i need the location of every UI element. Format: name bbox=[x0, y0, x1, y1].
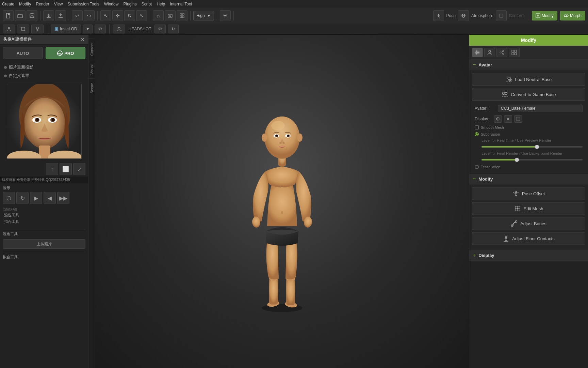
import-button[interactable] bbox=[43, 10, 54, 21]
menu-modify[interactable]: Modify bbox=[19, 2, 31, 6]
menu-script[interactable]: Script bbox=[142, 2, 152, 6]
avatar-preview bbox=[7, 84, 82, 159]
expand-photo-button[interactable]: ⤢ bbox=[73, 163, 85, 175]
visual-tab[interactable]: Visual bbox=[88, 60, 95, 79]
rtab-person[interactable] bbox=[484, 48, 495, 57]
menu-view[interactable]: View bbox=[54, 2, 63, 6]
custom-mask-option[interactable]: 自定义遮罩 bbox=[3, 72, 85, 80]
edit-mesh-button[interactable]: Edit Mesh bbox=[472, 202, 585, 215]
headshot-icon[interactable] bbox=[113, 25, 125, 33]
main-layout: 头像AI建模插件 ✕ AUTO PRO PRO 照片重新投影 自定义遮罩 bbox=[0, 35, 588, 368]
menu-create[interactable]: Create bbox=[2, 2, 14, 6]
shift-ai-label: (Shift+AI) bbox=[3, 207, 85, 212]
subdivision-radio[interactable] bbox=[475, 132, 479, 136]
display-section-header[interactable]: + Display bbox=[469, 250, 588, 261]
clear-photo-button[interactable]: ⬜ bbox=[60, 163, 72, 175]
face-ctrl-3[interactable]: ▶ bbox=[30, 192, 42, 204]
scale-tool[interactable]: ⤡ bbox=[136, 10, 147, 21]
adjust-floor-contacts-button[interactable]: Adjust Floor Contacts bbox=[472, 232, 585, 245]
group-button[interactable] bbox=[31, 25, 44, 33]
avatar-section-title: Avatar bbox=[478, 62, 492, 67]
sun-light-button[interactable]: ☀ bbox=[220, 10, 231, 21]
menu-submission-tools[interactable]: Submission Tools bbox=[68, 2, 99, 6]
atmosphere-icon[interactable] bbox=[458, 10, 469, 21]
smooth-mesh-label: Smooth Mesh bbox=[481, 125, 504, 129]
viewport[interactable] bbox=[95, 35, 469, 368]
display-btn-2[interactable] bbox=[504, 115, 512, 123]
shape-button[interactable] bbox=[17, 25, 29, 33]
svg-point-86 bbox=[508, 77, 510, 80]
plugin-close-button[interactable]: ✕ bbox=[81, 37, 85, 42]
upload-photo-button[interactable]: ↑ bbox=[46, 163, 58, 175]
upload-photo-btn[interactable]: 上传照片 bbox=[3, 239, 85, 249]
smooth-mesh-checkbox[interactable] bbox=[475, 125, 479, 129]
pose-icon[interactable] bbox=[433, 10, 444, 21]
export-button[interactable] bbox=[55, 10, 66, 21]
face-ctrl-5[interactable]: ▶▶ bbox=[57, 192, 69, 204]
open-file-button[interactable] bbox=[15, 10, 26, 21]
adjust-bones-button[interactable]: Adjust Bones bbox=[472, 217, 585, 230]
pro-mode-button[interactable]: PRO PRO bbox=[46, 47, 86, 59]
menu-internal-tool[interactable]: Internal Tool bbox=[170, 2, 192, 6]
conform-icon[interactable] bbox=[496, 10, 507, 21]
new-file-button[interactable] bbox=[3, 10, 14, 21]
redo-button[interactable]: ↪ bbox=[84, 10, 95, 21]
expand-button[interactable]: ▾ bbox=[83, 25, 93, 33]
grid-button[interactable] bbox=[177, 10, 187, 21]
rtab-nodes[interactable] bbox=[496, 48, 507, 57]
avatar-section-header[interactable]: − Avatar bbox=[469, 60, 588, 70]
content-tab[interactable]: Content bbox=[88, 38, 95, 60]
atmosphere-label[interactable]: Atmosphere bbox=[470, 13, 495, 18]
auto-mode-button[interactable]: AUTO bbox=[3, 47, 43, 59]
display-btn-3[interactable] bbox=[514, 115, 522, 123]
modify-section-header[interactable]: − Modify bbox=[469, 174, 588, 184]
separator-3 bbox=[97, 11, 98, 20]
headshot-settings-button[interactable]: ⚙ bbox=[154, 25, 166, 33]
svg-point-71 bbox=[476, 50, 477, 52]
tessellation-radio[interactable] bbox=[475, 165, 479, 169]
right-panel-header: Modify bbox=[469, 35, 588, 46]
move-tool[interactable]: ✛ bbox=[112, 10, 123, 21]
scene-tab[interactable]: Scene bbox=[88, 78, 95, 97]
camera-button[interactable] bbox=[165, 10, 176, 21]
home-view-button[interactable]: ⌂ bbox=[153, 10, 164, 21]
photo-reprojection-option[interactable]: 照片重新投影 bbox=[3, 63, 85, 71]
final-render-slider[interactable] bbox=[472, 156, 585, 164]
settings-button[interactable]: ⚙ bbox=[95, 25, 106, 33]
menu-help[interactable]: Help bbox=[157, 2, 165, 6]
former-button[interactable] bbox=[3, 25, 15, 33]
avatar-value: CC3_Base Female bbox=[498, 105, 583, 112]
menu-window[interactable]: Window bbox=[104, 2, 119, 6]
select-tool[interactable]: ↖ bbox=[100, 10, 111, 21]
face-ctrl-4[interactable]: ◀ bbox=[44, 192, 56, 204]
instalod-button[interactable]: i InstaLOD bbox=[51, 25, 81, 33]
display-btn-1[interactable] bbox=[494, 115, 502, 123]
morph-button[interactable]: Morph bbox=[560, 11, 585, 20]
save-button[interactable] bbox=[27, 10, 37, 21]
headshot-label[interactable]: HEADSHOT bbox=[127, 27, 153, 31]
headshot-refresh-button[interactable]: ↻ bbox=[168, 25, 179, 33]
realtime-slider[interactable] bbox=[472, 143, 585, 151]
rotate-tool[interactable]: ↻ bbox=[124, 10, 135, 21]
separator-7 bbox=[233, 11, 234, 20]
pose-offset-button[interactable]: Pose Offset bbox=[472, 187, 585, 200]
undo-button[interactable]: ↩ bbox=[72, 10, 83, 21]
svg-line-113 bbox=[506, 240, 507, 241]
menu-render[interactable]: Render bbox=[36, 2, 49, 6]
load-neutral-base-button[interactable]: Load Neutral Base bbox=[472, 73, 585, 86]
face-ctrl-1[interactable]: ⬡ bbox=[3, 192, 15, 204]
convert-game-base-button[interactable]: Convert to Game Base bbox=[472, 88, 585, 101]
quality-dropdown[interactable]: High ▼ bbox=[193, 11, 214, 20]
svg-point-93 bbox=[497, 119, 499, 120]
rtab-sliders[interactable] bbox=[472, 48, 483, 57]
pose-label[interactable]: Pose bbox=[445, 13, 457, 18]
rtab-grid[interactable] bbox=[509, 48, 520, 57]
face-controls: ⬡ ↻ ▶ ◀ ▶▶ bbox=[3, 192, 85, 204]
modify-button[interactable]: Modify bbox=[532, 11, 557, 20]
svg-point-5 bbox=[169, 15, 171, 17]
separator-5 bbox=[190, 11, 191, 20]
face-ctrl-2[interactable]: ↻ bbox=[16, 192, 29, 204]
menu-plugins[interactable]: Plugins bbox=[123, 2, 136, 6]
svg-point-78 bbox=[503, 50, 504, 52]
watermark-text: 版权所有 免费分享 拒绝转售 QQ2037393435 bbox=[0, 177, 88, 183]
